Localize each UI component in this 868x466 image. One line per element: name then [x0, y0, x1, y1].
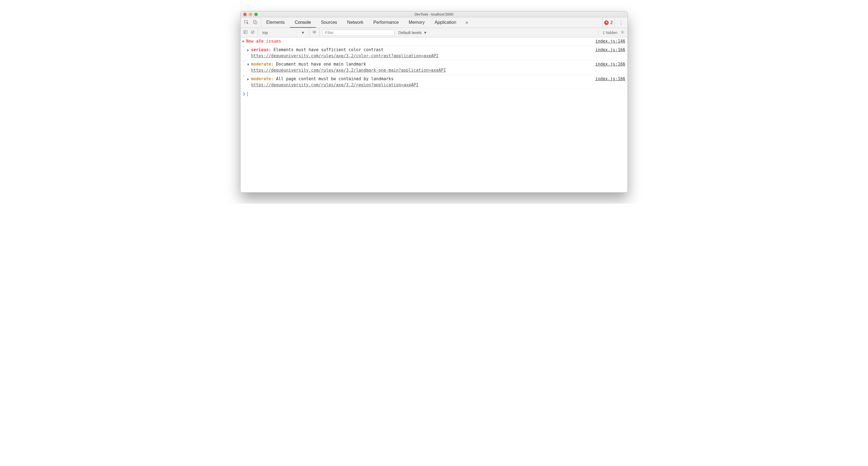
- maximize-window-button[interactable]: [254, 13, 258, 16]
- minimize-window-button[interactable]: [249, 13, 252, 16]
- devtools-window: DevTools - localhost:3000/ ElementsConso…: [240, 11, 628, 193]
- more-tabs-button[interactable]: [461, 20, 472, 25]
- message-text: All page content must be contained by la…: [276, 76, 393, 81]
- console-prompt[interactable]: ❯: [241, 89, 627, 99]
- clear-console-icon[interactable]: [250, 30, 255, 35]
- tab-performance[interactable]: Performance: [368, 18, 404, 28]
- error-count: 2: [610, 20, 613, 25]
- svg-point-9: [622, 32, 623, 33]
- toggle-device-icon[interactable]: [253, 20, 258, 26]
- disclosure-triangle-icon[interactable]: ▶: [247, 76, 251, 82]
- svg-point-8: [314, 32, 315, 33]
- devtools-menu-button[interactable]: ⋮: [615, 20, 627, 26]
- console-toolbar: top ▼ Default levels ▼ 1 hidden: [241, 28, 627, 37]
- source-link[interactable]: index.js:166: [595, 47, 625, 53]
- prompt-cursor: [247, 92, 248, 96]
- help-url-link[interactable]: https://dequeuniversity.com/rules/axe/3.…: [251, 83, 418, 88]
- error-count-badge[interactable]: ✕ 2: [602, 18, 615, 28]
- console-entry[interactable]: ▶serious: Elements must have sufficient …: [241, 46, 627, 61]
- console-group-title: New aXe issues: [246, 38, 595, 44]
- source-link[interactable]: index.js:166: [595, 61, 625, 67]
- close-window-button[interactable]: [243, 13, 247, 16]
- toggle-sidebar-icon[interactable]: [243, 30, 248, 35]
- prompt-chevron-icon: ❯: [243, 91, 247, 97]
- console-settings-icon[interactable]: [620, 30, 625, 35]
- disclosure-triangle-icon[interactable]: ▶: [247, 47, 251, 53]
- message-text: Elements must have sufficient color cont…: [274, 47, 383, 52]
- tab-elements[interactable]: Elements: [261, 18, 290, 28]
- console-group-header[interactable]: ▼ New aXe issues index.js:146: [241, 37, 627, 46]
- severity-label: serious:: [251, 47, 271, 52]
- tab-network[interactable]: Network: [342, 18, 368, 28]
- help-url-link[interactable]: https://dequeuniversity.com/rules/axe/3.…: [251, 68, 446, 73]
- console-message: serious: Elements must have sufficient c…: [251, 47, 595, 59]
- execution-context-select[interactable]: top ▼: [261, 30, 306, 35]
- inspect-element-icon[interactable]: [244, 20, 249, 26]
- log-level-select[interactable]: Default levels ▼: [398, 30, 427, 35]
- help-url-link[interactable]: https://dequeuniversity.com/rules/axe/3.…: [251, 54, 438, 58]
- svg-rect-2: [255, 21, 257, 24]
- chevron-down-icon: ▼: [301, 30, 305, 35]
- error-icon: ✕: [604, 21, 609, 25]
- chevron-down-icon: ▼: [423, 30, 427, 35]
- console-entry[interactable]: ▶moderate: All page content must be cont…: [241, 75, 627, 90]
- disclosure-triangle-icon[interactable]: ▼: [247, 61, 251, 67]
- severity-label: moderate:: [251, 62, 274, 67]
- console-message: moderate: Document must have one main la…: [251, 61, 595, 73]
- execution-context-label: top: [262, 30, 268, 35]
- source-link[interactable]: index.js:166: [595, 76, 625, 82]
- source-link[interactable]: index.js:146: [595, 38, 625, 44]
- live-expression-icon[interactable]: [312, 30, 317, 35]
- console-output: ▼ New aXe issues index.js:146 ▶serious: …: [241, 37, 627, 192]
- hidden-messages-count[interactable]: 1 hidden: [598, 30, 618, 35]
- severity-label: moderate:: [251, 76, 274, 81]
- window-controls: [241, 13, 258, 16]
- window-title: DevTools - localhost:3000/: [241, 12, 627, 16]
- svg-line-6: [252, 31, 254, 33]
- message-text: Document must have one main landmark: [276, 62, 366, 67]
- disclosure-triangle-icon[interactable]: ▼: [242, 38, 246, 44]
- tab-console[interactable]: Console: [290, 18, 316, 28]
- tab-application[interactable]: Application: [430, 18, 461, 28]
- console-entry[interactable]: ▼moderate: Document must have one main l…: [241, 60, 627, 75]
- filter-input[interactable]: [322, 30, 395, 36]
- panel-tabstrip: ElementsConsoleSourcesNetworkPerformance…: [241, 18, 627, 28]
- titlebar: DevTools - localhost:3000/: [241, 11, 627, 18]
- console-message: moderate: All page content must be conta…: [251, 76, 595, 88]
- tab-sources[interactable]: Sources: [316, 18, 342, 28]
- tab-memory[interactable]: Memory: [404, 18, 430, 28]
- log-level-label: Default levels: [398, 30, 422, 35]
